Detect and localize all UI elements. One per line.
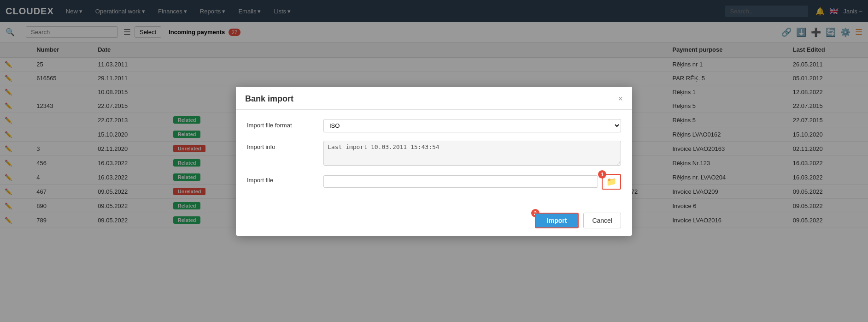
info-label: Import info xyxy=(247,141,316,150)
modal-title: Bank import xyxy=(245,94,293,104)
modal-body: Import file format ISO MT940 CAMT Import… xyxy=(236,110,632,207)
info-row: Import info Last import 10.03.2011 15:43… xyxy=(247,141,621,166)
file-input[interactable] xyxy=(323,175,598,188)
file-label: Import file xyxy=(247,174,316,184)
info-textarea[interactable]: Last import 10.03.2011 15:43:54 xyxy=(323,141,621,166)
modal-close-button[interactable]: × xyxy=(618,94,623,104)
bank-import-modal: Bank import × Import file format ISO MT9… xyxy=(236,87,632,236)
import-btn-wrapper: 2 Import xyxy=(535,213,579,228)
import-button[interactable]: Import xyxy=(535,213,579,228)
modal-overlay: Bank import × Import file format ISO MT9… xyxy=(0,0,868,322)
modal-header: Bank import × xyxy=(236,87,632,110)
cancel-button[interactable]: Cancel xyxy=(583,213,621,228)
file-browse-wrapper: 1 📁 xyxy=(602,174,621,190)
file-input-group: 1 📁 xyxy=(323,174,621,190)
format-select[interactable]: ISO MT940 CAMT xyxy=(323,119,621,132)
file-badge: 1 xyxy=(598,170,606,179)
modal-footer: 2 Import Cancel xyxy=(236,207,632,236)
format-label: Import file format xyxy=(247,119,316,129)
format-row: Import file format ISO MT940 CAMT xyxy=(247,119,621,132)
file-row: Import file 1 📁 xyxy=(247,174,621,190)
